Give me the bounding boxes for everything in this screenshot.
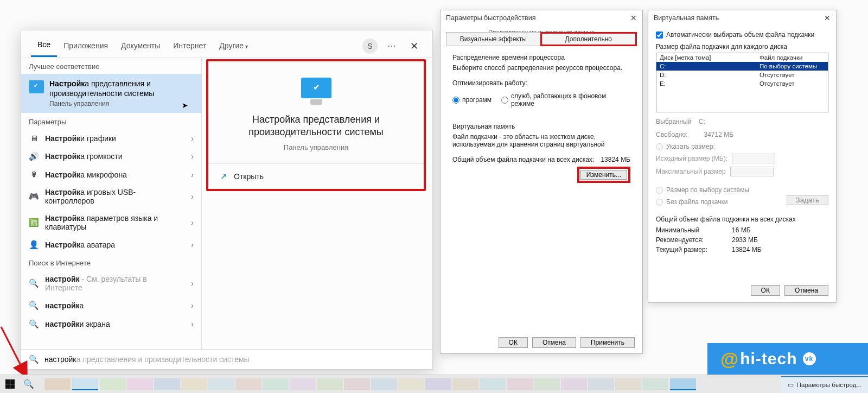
taskbar-app[interactable]: [208, 378, 234, 390]
results-pane: Лучшее соответствие Настройка представле…: [21, 58, 202, 369]
taskbar-app[interactable]: [344, 378, 370, 390]
more-icon[interactable]: ⋯: [387, 41, 396, 51]
drive-row-e[interactable]: E:Отсутствует: [656, 79, 828, 88]
close-icon[interactable]: ✕: [406, 38, 423, 54]
taskbar-app[interactable]: [670, 378, 696, 390]
selected-drive-value: C:: [699, 118, 705, 125]
section-web-search: Поиск в Интернете: [21, 254, 201, 270]
preview-card: Настройка представления и производительн…: [206, 59, 426, 191]
chevron-right-icon: ›: [191, 301, 194, 310]
user-avatar[interactable]: S: [362, 39, 378, 54]
tab-more[interactable]: Другие: [213, 36, 254, 56]
max-size-input[interactable]: [730, 167, 774, 176]
best-match-item[interactable]: Настройка представления и производительн…: [21, 74, 201, 113]
drive-row-c[interactable]: C:По выбору системы: [656, 62, 828, 71]
taskbar-app[interactable]: [398, 378, 424, 390]
taskbar-app[interactable]: [263, 378, 289, 390]
search-window: Все Приложения Документы Интернет Другие…: [21, 30, 433, 369]
search-icon: 🔍: [29, 278, 39, 288]
param-graphics[interactable]: 🖥 Настройки графики ›: [21, 129, 201, 147]
taskbar-app[interactable]: [561, 378, 587, 390]
taskbar-app[interactable]: [425, 378, 451, 390]
search-icon: 🔍: [29, 301, 39, 310]
taskbar-app[interactable]: [235, 378, 261, 390]
chevron-right-icon: ›: [191, 320, 194, 328]
cancel-button[interactable]: Отмена: [532, 337, 576, 348]
tab-advanced[interactable]: Дополнительно: [540, 32, 637, 46]
recommended-value: 2933 МБ: [732, 236, 758, 244]
section-best-match: Лучшее соответствие: [21, 58, 201, 74]
param-microphone[interactable]: 🎙 Настройка микрофона ›: [21, 166, 201, 183]
radio-no-paging[interactable]: Без файла подкачки: [656, 198, 787, 206]
auto-manage-checkbox[interactable]: Автоматически выбирать объем файла подка…: [656, 31, 828, 39]
taskbar-app[interactable]: [44, 378, 71, 390]
min-label: Минимальный: [656, 226, 732, 234]
web-result-0[interactable]: 🔍 настройк - См. результаты в Интернете …: [21, 270, 201, 296]
radio-programs[interactable]: программ: [452, 96, 492, 104]
free-space-value: 34712 МБ: [704, 131, 734, 138]
web-result-1[interactable]: 🔍 настройка ›: [21, 296, 201, 315]
taskbar-app[interactable]: [534, 378, 560, 390]
taskbar-app[interactable]: [181, 378, 207, 390]
close-icon[interactable]: ✕: [824, 14, 831, 22]
initial-size-label: Исходный размер (МБ):: [656, 155, 727, 162]
dialog-title: Параметры быстродействия ✕: [441, 10, 642, 26]
tab-web[interactable]: Интернет: [167, 36, 213, 56]
taskbar: 🔍 ▭ Параметры быстрод...: [0, 375, 868, 393]
initial-size-input[interactable]: [732, 154, 775, 163]
total-group-title: Общий объем файла подкачки на всех диска…: [656, 215, 828, 223]
search-input[interactable]: 🔍 настройка представления и производител…: [21, 349, 433, 370]
radio-custom-size[interactable]: Указать размер:: [656, 143, 828, 150]
taskbar-app[interactable]: [127, 378, 153, 390]
taskbar-perf-window[interactable]: ▭ Параметры быстрод...: [781, 376, 868, 392]
apply-button[interactable]: Применить: [580, 337, 635, 348]
taskbar-app[interactable]: [290, 378, 316, 390]
tab-apps[interactable]: Приложения: [57, 36, 114, 56]
ok-button[interactable]: ОК: [499, 337, 528, 348]
change-button[interactable]: Изменить...: [580, 170, 627, 180]
section-params: Параметры: [21, 113, 201, 129]
performance-icon: [29, 80, 44, 93]
taskbar-app[interactable]: [72, 378, 98, 390]
col-paging-file: Файл подкачки: [760, 54, 825, 61]
open-button[interactable]: ↗ Открыть: [208, 164, 424, 189]
taskbar-app[interactable]: [317, 378, 343, 390]
vm-description: Файл подкачки - это область на жестком д…: [452, 133, 630, 148]
ok-button[interactable]: ОК: [751, 285, 780, 296]
cancel-button[interactable]: Отмена: [784, 285, 828, 296]
tab-visual-effects[interactable]: Визуальные эффекты: [446, 32, 540, 46]
current-value: 13824 МБ: [732, 246, 762, 253]
taskbar-app[interactable]: [642, 378, 668, 390]
tab-docs[interactable]: Документы: [114, 36, 167, 56]
tab-all[interactable]: Все: [31, 35, 57, 57]
performance-options-dialog: Параметры быстродействия ✕ Предотвращени…: [440, 10, 643, 354]
web-result-2[interactable]: 🔍 настройки экрана ›: [21, 315, 201, 333]
param-language[interactable]: 🈯 Настройка параметров языка и клавиатур…: [21, 210, 201, 236]
drive-row-d[interactable]: D:Отсутствует: [656, 71, 828, 79]
taskbar-app[interactable]: [100, 378, 126, 390]
optimize-label: Оптимизировать работу:: [452, 79, 630, 87]
set-button[interactable]: Задать: [787, 195, 828, 205]
taskbar-app[interactable]: [480, 378, 506, 390]
taskbar-app[interactable]: [615, 378, 641, 390]
vm-group-title: Виртуальная память: [452, 123, 630, 130]
start-button[interactable]: [0, 375, 20, 394]
taskbar-apps: [44, 378, 697, 390]
param-usb-controllers[interactable]: 🎮 Настройка игровых USB-контроллеров ›: [21, 183, 201, 210]
taskbar-search-icon[interactable]: 🔍: [20, 379, 38, 389]
radio-system-managed[interactable]: Размер по выбору системы: [656, 186, 828, 194]
chevron-right-icon: ›: [191, 218, 194, 227]
taskbar-app[interactable]: [371, 378, 397, 390]
close-icon[interactable]: ✕: [630, 14, 637, 22]
drive-list[interactable]: Диск [метка тома] Файл подкачки C:По выб…: [656, 53, 828, 112]
radio-background-services[interactable]: служб, работающих в фоновом режиме: [501, 92, 630, 107]
param-avatar[interactable]: 👤 Настройка аватара ›: [21, 236, 201, 254]
taskbar-app[interactable]: [588, 378, 614, 390]
param-volume[interactable]: 🔊 Настройка громкости ›: [21, 147, 201, 166]
speaker-icon: 🔊: [29, 151, 39, 161]
taskbar-app[interactable]: [154, 378, 180, 390]
max-size-label: Максимальный размер: [656, 168, 726, 175]
svg-line-0: [1, 327, 26, 376]
taskbar-app[interactable]: [507, 378, 533, 390]
taskbar-app[interactable]: [452, 378, 478, 390]
